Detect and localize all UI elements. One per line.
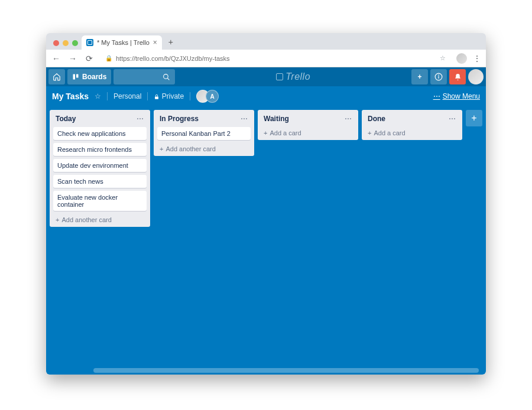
- board-canvas: Today⋯Check new applicationsResearch mic…: [46, 106, 486, 375]
- add-card-label: Add another card: [61, 216, 111, 223]
- bell-icon: [454, 73, 462, 81]
- plus-icon: +: [264, 129, 267, 136]
- trello-logo-text: Trello: [286, 71, 310, 82]
- plus-icon: +: [160, 145, 163, 152]
- browser-window: * My Tasks | Trello × + ← → ⟳ 🔒 https://…: [46, 33, 486, 375]
- close-tab-icon[interactable]: ×: [153, 39, 157, 46]
- add-card-button[interactable]: +Add another card: [53, 214, 147, 223]
- list-title[interactable]: In Progress: [160, 115, 199, 123]
- forward-button[interactable]: →: [67, 54, 78, 63]
- maximize-window-button[interactable]: [72, 40, 78, 46]
- add-card-label: Add a card: [270, 129, 301, 136]
- visibility-label[interactable]: Private: [154, 92, 184, 100]
- browser-profile-avatar[interactable]: [456, 53, 467, 64]
- add-card-button[interactable]: +Add another card: [157, 143, 251, 152]
- search-icon: [163, 73, 170, 81]
- card[interactable]: Check new applications: [53, 127, 147, 140]
- list-title[interactable]: Today: [56, 115, 76, 123]
- svg-line-3: [167, 78, 169, 80]
- board-name[interactable]: My Tasks: [52, 92, 89, 101]
- svg-rect-1: [76, 74, 79, 78]
- back-button[interactable]: ←: [51, 54, 61, 63]
- browser-tabstrip: * My Tasks | Trello × +: [46, 33, 486, 50]
- divider: [147, 92, 148, 100]
- divider: [190, 92, 190, 100]
- trello-logo-icon: [276, 73, 283, 80]
- list: Done⋯+Add a card: [362, 110, 462, 140]
- home-button[interactable]: [48, 69, 65, 84]
- info-icon: [434, 73, 443, 81]
- divider: [107, 92, 108, 100]
- star-board-icon[interactable]: ☆: [95, 92, 101, 100]
- plus-icon: +: [368, 129, 371, 136]
- svg-point-2: [164, 74, 168, 79]
- search-button[interactable]: [113, 69, 175, 84]
- trello-logo[interactable]: Trello: [177, 71, 409, 82]
- card[interactable]: Update dev environment: [53, 159, 147, 172]
- board-members: A: [196, 90, 219, 103]
- show-menu-label: Show Menu: [443, 92, 480, 100]
- reload-button[interactable]: ⟳: [84, 54, 95, 63]
- member-avatar[interactable]: A: [206, 90, 219, 103]
- list: In Progress⋯Personal Kanban Part 2+Add a…: [154, 110, 254, 156]
- list-header: In Progress⋯: [157, 113, 251, 124]
- window-controls: [51, 40, 82, 50]
- lock-icon: [154, 94, 160, 100]
- add-card-label: Add another card: [166, 145, 215, 152]
- horizontal-scrollbar[interactable]: [93, 368, 479, 373]
- svg-point-6: [439, 75, 439, 76]
- tab-title: * My Tasks | Trello: [97, 39, 150, 46]
- create-button[interactable]: +: [411, 69, 428, 84]
- list-menu-icon[interactable]: ⋯: [241, 115, 248, 123]
- list-header: Waiting⋯: [261, 113, 355, 124]
- ellipsis-icon: ⋯: [433, 92, 440, 100]
- list-title[interactable]: Waiting: [264, 115, 289, 123]
- url-text: https://trello.com/b/QzJXUzdb/my-tasks: [116, 55, 230, 62]
- minimize-window-button[interactable]: [63, 40, 69, 46]
- list-title[interactable]: Done: [368, 115, 385, 123]
- svg-rect-0: [73, 74, 76, 80]
- list-header: Today⋯: [53, 113, 147, 124]
- bookmark-star-icon[interactable]: ☆: [440, 54, 446, 62]
- lock-icon: 🔒: [105, 55, 112, 61]
- plus-icon: +: [56, 216, 59, 223]
- list-menu-icon[interactable]: ⋯: [137, 115, 144, 123]
- close-window-button[interactable]: [53, 40, 59, 46]
- list: Waiting⋯+Add a card: [258, 110, 358, 140]
- boards-button[interactable]: Boards: [67, 69, 111, 84]
- add-card-button[interactable]: +Add a card: [261, 127, 355, 136]
- board-toolbar: My Tasks ☆ Personal Private A ⋯ Show Men…: [46, 86, 486, 106]
- card[interactable]: Scan tech news: [53, 175, 147, 188]
- boards-icon: [72, 73, 79, 80]
- list: Today⋯Check new applicationsResearch mic…: [50, 110, 150, 227]
- notifications-button[interactable]: [449, 69, 466, 84]
- trello-favicon: [86, 39, 93, 46]
- new-tab-button[interactable]: +: [164, 35, 177, 48]
- list-menu-icon[interactable]: ⋯: [449, 115, 456, 123]
- user-avatar[interactable]: [468, 69, 484, 84]
- plus-icon: +: [417, 73, 421, 81]
- team-label[interactable]: Personal: [113, 92, 141, 100]
- svg-rect-7: [155, 97, 158, 99]
- card[interactable]: Research micro frontends: [53, 143, 147, 156]
- trello-header: Boards Trello +: [46, 67, 486, 86]
- browser-toolbar: ← → ⟳ 🔒 https://trello.com/b/QzJXUzdb/my…: [46, 50, 486, 67]
- card[interactable]: Personal Kanban Part 2: [157, 127, 251, 140]
- browser-tab[interactable]: * My Tasks | Trello ×: [82, 35, 162, 50]
- add-card-button[interactable]: +Add a card: [365, 127, 459, 136]
- card[interactable]: Evaluate new docker container: [53, 191, 147, 211]
- list-menu-icon[interactable]: ⋯: [345, 115, 352, 123]
- add-list-button[interactable]: +: [466, 110, 482, 126]
- show-menu-button[interactable]: ⋯ Show Menu: [433, 92, 480, 100]
- add-card-label: Add a card: [374, 129, 405, 136]
- info-button[interactable]: [430, 69, 447, 84]
- home-icon: [53, 73, 61, 81]
- address-bar[interactable]: 🔒 https://trello.com/b/QzJXUzdb/my-tasks…: [100, 53, 450, 64]
- boards-button-label: Boards: [82, 73, 106, 81]
- list-header: Done⋯: [365, 113, 459, 124]
- browser-menu-icon[interactable]: ⋮: [473, 54, 481, 63]
